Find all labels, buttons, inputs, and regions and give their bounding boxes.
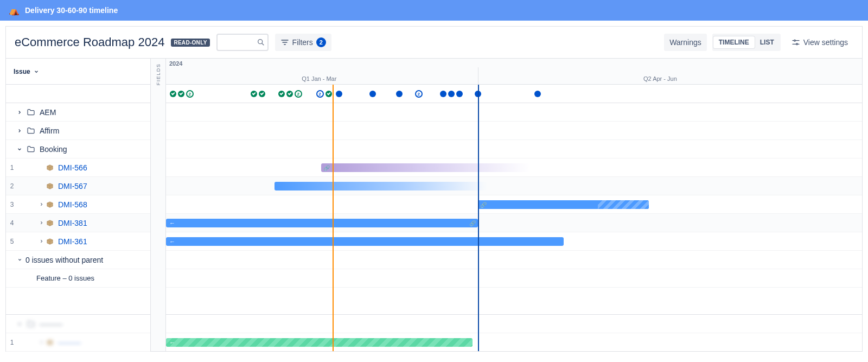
chevron-down-icon bbox=[34, 69, 39, 74]
without-parent-row[interactable]: 0 issues without parent bbox=[6, 251, 150, 269]
milestone-dot[interactable] bbox=[456, 91, 463, 97]
group-blurred[interactable]: ——— bbox=[6, 315, 150, 333]
group-booking[interactable]: Booking bbox=[6, 140, 150, 158]
view-timeline-tab[interactable]: TIMELINE bbox=[713, 36, 755, 48]
package-icon bbox=[46, 164, 54, 172]
link-icon: 🔗 bbox=[480, 202, 487, 208]
fields-strip[interactable]: FIELDS bbox=[151, 59, 166, 351]
folder-icon bbox=[27, 320, 35, 328]
banner-emoji: ⛺ bbox=[9, 5, 20, 16]
timeline-bar[interactable]: 🔗 bbox=[478, 200, 649, 209]
folder-icon bbox=[27, 145, 35, 154]
milestone-done[interactable] bbox=[286, 91, 293, 97]
toolbar-right: Warnings TIMELINE LIST View settings bbox=[664, 34, 853, 51]
issue-row-blurred[interactable]: 1 ——— bbox=[6, 333, 150, 352]
milestone-count[interactable]: 2 bbox=[415, 90, 423, 98]
view-settings-button[interactable]: View settings bbox=[786, 34, 853, 51]
grid: Issue AEM Affirm bbox=[6, 58, 862, 351]
timeline-bar[interactable] bbox=[275, 182, 488, 190]
svg-point-8 bbox=[796, 43, 797, 45]
timeline-row-dmi-566: 🔗 bbox=[166, 158, 862, 177]
page-banner: ⛺ Delivery 30-60-90 timeline bbox=[0, 0, 868, 21]
timeline-row bbox=[166, 269, 862, 288]
timeline-row bbox=[166, 122, 862, 140]
issue-row-dmi-381[interactable]: 4 DMI-381 bbox=[6, 214, 150, 232]
chevron-right-icon[interactable] bbox=[37, 220, 45, 225]
timeline-bar[interactable]: ← bbox=[166, 338, 473, 347]
chevron-right-icon[interactable] bbox=[37, 239, 45, 244]
issue-row-dmi-567[interactable]: 2 DMI-567 bbox=[6, 177, 150, 195]
warnings-button[interactable]: Warnings bbox=[664, 34, 707, 51]
arrow-left-icon: ← bbox=[169, 339, 175, 346]
milestone-count[interactable]: 2 bbox=[316, 90, 324, 98]
issue-key[interactable]: DMI-566 bbox=[58, 163, 87, 172]
issue-row-dmi-568[interactable]: 3 DMI-568 bbox=[6, 195, 150, 214]
timeline-header: 2024 Q1 Jan - Mar Q2 Apr - Jun bbox=[166, 59, 862, 85]
main-panel: eCommerce Roadmap 2024 READ-ONLY Filters… bbox=[5, 26, 863, 352]
folder-icon bbox=[27, 108, 35, 117]
group-label: Affirm bbox=[40, 126, 59, 135]
group-label: ——— bbox=[40, 320, 62, 328]
milestone-done[interactable] bbox=[251, 91, 257, 97]
milestone-dot[interactable] bbox=[369, 91, 376, 97]
timeline-row-dmi-567 bbox=[166, 177, 862, 195]
package-icon bbox=[46, 182, 54, 190]
issue-key[interactable]: DMI-361 bbox=[58, 237, 87, 246]
row-number: 3 bbox=[6, 201, 18, 208]
milestone-dot[interactable] bbox=[396, 91, 403, 97]
filters-button[interactable]: Filters 2 bbox=[275, 34, 331, 51]
milestone-dot[interactable] bbox=[440, 91, 446, 97]
milestone-done[interactable] bbox=[170, 91, 176, 97]
banner-title: Delivery 30-60-90 timeline bbox=[25, 6, 118, 15]
milestone-dot[interactable] bbox=[448, 91, 455, 97]
group-label: Booking bbox=[40, 145, 67, 154]
group-affirm[interactable]: Affirm bbox=[6, 122, 150, 140]
milestone-done[interactable] bbox=[278, 91, 285, 97]
view-settings-label: View settings bbox=[803, 38, 848, 47]
row-number: 5 bbox=[6, 238, 18, 245]
milestone-dot[interactable] bbox=[336, 91, 342, 97]
issue-column: Issue AEM Affirm bbox=[6, 59, 151, 351]
milestone-count[interactable]: 2 bbox=[186, 90, 194, 98]
milestone-dot[interactable] bbox=[534, 91, 541, 97]
timeline-bar[interactable]: ← 🔗 bbox=[166, 219, 478, 227]
chevron-down-icon bbox=[16, 321, 23, 327]
svg-point-0 bbox=[258, 40, 262, 44]
page-title: eCommerce Roadmap 2024 bbox=[15, 35, 164, 49]
issue-row-dmi-361[interactable]: 5 DMI-361 bbox=[6, 232, 150, 251]
spacer bbox=[6, 288, 150, 315]
folder-icon bbox=[27, 126, 35, 135]
arrow-left-icon: ← bbox=[169, 238, 175, 245]
issue-column-header[interactable]: Issue bbox=[6, 59, 150, 85]
group-aem[interactable]: AEM bbox=[6, 103, 150, 122]
issue-key[interactable]: DMI-567 bbox=[58, 182, 87, 190]
issue-key[interactable]: DMI-568 bbox=[58, 200, 87, 209]
timeline-row bbox=[166, 103, 862, 122]
timeline-bar[interactable]: 🔗 bbox=[321, 163, 530, 172]
feature-empty-label: Feature – 0 issues bbox=[6, 274, 94, 282]
today-marker bbox=[333, 85, 334, 351]
quarter-divider bbox=[478, 67, 478, 84]
timeline-row bbox=[166, 315, 862, 333]
filters-label: Filters bbox=[292, 38, 313, 47]
row-number: 4 bbox=[6, 219, 18, 227]
milestone-done[interactable] bbox=[259, 91, 265, 97]
chevron-down-icon bbox=[16, 147, 23, 152]
milestone-done[interactable] bbox=[326, 91, 332, 97]
link-icon: 🔗 bbox=[469, 220, 476, 226]
issue-column-label: Issue bbox=[14, 68, 30, 75]
filter-icon bbox=[280, 38, 289, 47]
issue-key[interactable]: DMI-381 bbox=[58, 219, 87, 227]
issue-row-dmi-566[interactable]: 1 DMI-566 bbox=[6, 158, 150, 177]
package-icon bbox=[46, 238, 54, 245]
package-icon bbox=[46, 339, 54, 346]
milestone-done[interactable] bbox=[178, 91, 184, 97]
timeline-bar[interactable]: ← bbox=[166, 237, 564, 246]
link-icon: 🔗 bbox=[323, 165, 330, 171]
chevron-right-icon bbox=[16, 128, 23, 134]
chevron-right-icon[interactable] bbox=[37, 202, 45, 207]
milestone-count[interactable]: 2 bbox=[295, 90, 302, 98]
package-icon bbox=[46, 219, 54, 227]
search-icon bbox=[257, 38, 265, 47]
view-list-tab[interactable]: LIST bbox=[755, 36, 780, 48]
